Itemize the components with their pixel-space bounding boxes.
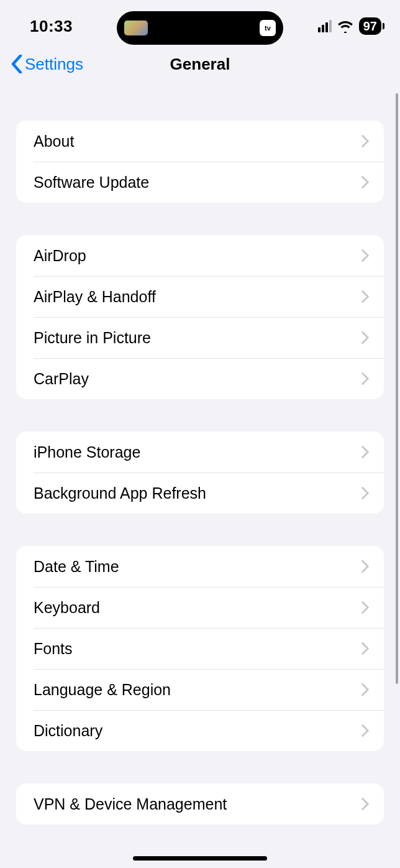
row-label: iPhone Storage [34,443,140,461]
row-label: AirDrop [34,247,86,265]
row-airplay-handoff[interactable]: AirPlay & Handoff [16,276,384,317]
chevron-right-icon [361,798,369,810]
row-keyboard[interactable]: Keyboard [16,587,384,628]
settings-group: About Software Update [16,121,384,203]
settings-group: iPhone Storage Background App Refresh [16,432,384,514]
settings-group: VPN & Device Management [16,783,384,824]
row-software-update[interactable]: Software Update [16,162,384,203]
chevron-right-icon [361,249,369,262]
row-label: Picture in Picture [34,329,151,347]
row-about[interactable]: About [16,121,384,162]
chevron-right-icon [361,642,369,655]
navigation-bar: Settings General [0,41,400,87]
row-label: CarPlay [34,370,89,388]
status-bar: 10:33 tv 97 [0,0,400,41]
chevron-right-icon [361,724,369,737]
chevron-right-icon [361,683,369,696]
page-title: General [170,55,230,74]
row-iphone-storage[interactable]: iPhone Storage [16,432,384,473]
row-fonts[interactable]: Fonts [16,628,384,669]
battery-indicator: 97 [359,17,381,35]
settings-group: Date & Time Keyboard Fonts Language & Re… [16,546,384,751]
row-picture-in-picture[interactable]: Picture in Picture [16,317,384,358]
row-dictionary[interactable]: Dictionary [16,710,384,751]
row-background-app-refresh[interactable]: Background App Refresh [16,473,384,514]
status-right: 97 [318,17,381,35]
back-label: Settings [25,55,83,74]
row-label: Software Update [34,173,149,192]
cellular-signal-icon [318,20,332,32]
chevron-right-icon [361,560,369,573]
settings-group: AirDrop AirPlay & Handoff Picture in Pic… [16,235,384,399]
chevron-right-icon [361,446,369,458]
content-scroll-area[interactable]: About Software Update AirDrop AirPlay & … [0,87,400,824]
row-label: Background App Refresh [34,484,206,502]
chevron-left-icon [11,55,22,73]
home-indicator[interactable] [133,856,267,861]
row-label: Dictionary [34,722,102,740]
row-label: VPN & Device Management [34,795,227,813]
row-label: AirPlay & Handoff [34,288,156,306]
wifi-icon [337,19,353,33]
chevron-right-icon [361,176,369,188]
chevron-right-icon [361,487,369,499]
row-label: Date & Time [34,558,119,576]
chevron-right-icon [361,601,369,614]
dynamic-island[interactable]: tv [117,11,283,45]
status-time: 10:33 [30,17,73,36]
row-label: Fonts [34,640,73,658]
row-date-time[interactable]: Date & Time [16,546,384,587]
row-language-region[interactable]: Language & Region [16,669,384,710]
back-button[interactable]: Settings [11,55,83,74]
row-vpn-device-management[interactable]: VPN & Device Management [16,783,384,824]
chevron-right-icon [361,290,369,303]
apple-tv-icon: tv [260,20,276,36]
row-label: Keyboard [34,599,100,617]
chevron-right-icon [361,135,369,147]
row-label: Language & Region [34,681,171,699]
scroll-indicator[interactable] [396,93,398,684]
chevron-right-icon [361,331,369,344]
row-airdrop[interactable]: AirDrop [16,235,384,276]
chevron-right-icon [361,372,369,385]
row-carplay[interactable]: CarPlay [16,358,384,399]
row-label: About [34,132,74,150]
now-playing-thumbnail [124,21,148,35]
